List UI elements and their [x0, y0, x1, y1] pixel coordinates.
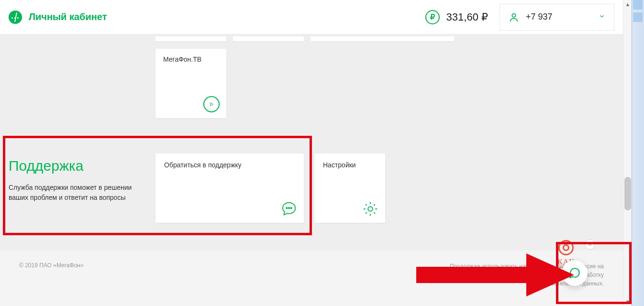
svg-point-3 — [289, 208, 289, 208]
card-stub — [155, 36, 226, 41]
phone-number: +7 937 — [526, 12, 553, 22]
svg-marker-1 — [211, 103, 213, 106]
chat-fab-button[interactable] — [562, 260, 588, 286]
close-icon[interactable]: × — [585, 239, 595, 250]
support-heading: Поддержка — [9, 158, 152, 174]
card-title: Настройки — [323, 161, 377, 169]
watermark-icon — [558, 240, 574, 255]
balance-block[interactable]: ₽ 331,60 ₽ — [425, 10, 488, 24]
balance-value: 331,60 ₽ — [446, 11, 488, 23]
svg-point-4 — [290, 208, 291, 208]
svg-point-5 — [368, 207, 372, 211]
svg-point-2 — [286, 208, 287, 208]
footer: © 2019 ПАО «МегаФон» Продолжая использов… — [0, 251, 623, 306]
play-icon — [203, 96, 220, 112]
chevron-down-icon — [599, 13, 605, 22]
card-contact-support[interactable]: Обратиться в поддержку — [155, 153, 304, 223]
account-selector[interactable]: +7 937 — [500, 4, 614, 31]
header: Личный кабинет ₽ 331,60 ₽ +7 937 — [0, 0, 623, 34]
chat-bubble-icon — [281, 201, 297, 217]
scroll-thumb[interactable] — [624, 177, 631, 210]
card-stub — [311, 36, 454, 41]
card-stub — [233, 36, 304, 41]
card-settings[interactable]: Настройки — [314, 153, 385, 223]
card-title: Обратиться в поддержку — [164, 161, 295, 169]
page-content: Личный кабинет ₽ 331,60 ₽ +7 937 — [0, 0, 623, 306]
scroll-up-arrow[interactable]: ▲ — [623, 0, 632, 9]
chat-widget-area: КАК ОПЕРА ТОР × — [539, 237, 591, 290]
person-icon — [509, 12, 519, 22]
gear-icon — [362, 201, 378, 217]
scroll-down-arrow[interactable]: ▼ — [623, 297, 632, 306]
prev-row-cards — [155, 36, 454, 41]
main-content: МегаФон.ТВ Поддержка Служба поддержки по… — [0, 34, 623, 306]
os-right-strip — [632, 0, 644, 306]
brand-logo-icon — [9, 11, 22, 24]
page-scrollbar[interactable]: ▲ ▼ — [623, 0, 632, 306]
card-title: МегаФон.ТВ — [163, 55, 219, 63]
copyright: © 2019 ПАО «МегаФон» — [19, 262, 84, 269]
card-megafon-tv[interactable]: МегаФон.ТВ — [155, 49, 226, 118]
brand-title: Личный кабинет — [29, 11, 107, 22]
svg-point-0 — [512, 13, 515, 17]
ruble-icon: ₽ — [425, 10, 440, 24]
support-heading-block: Поддержка Служба поддержки поможет в реш… — [9, 158, 152, 203]
support-description: Служба поддержки поможет в решении ваших… — [9, 183, 152, 203]
